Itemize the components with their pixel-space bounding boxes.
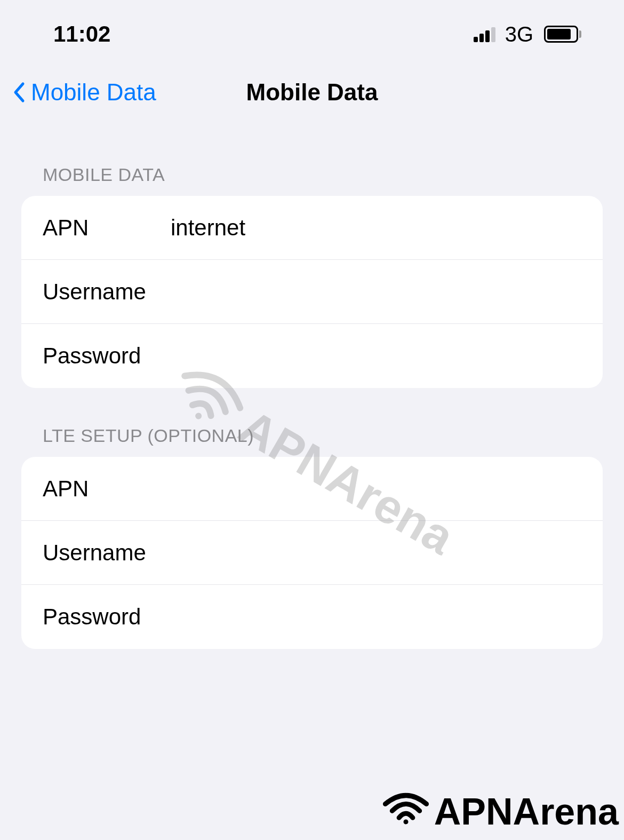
chevron-back-icon [11, 79, 27, 106]
password-label: Password [43, 343, 171, 369]
signal-icon [474, 26, 495, 42]
section-mobile-data: Mobile Data APN Username Password [0, 164, 624, 388]
section-header-mobile-data: Mobile Data [21, 164, 603, 196]
username-label: Username [43, 279, 171, 305]
status-time: 11:02 [53, 21, 110, 47]
svg-point-1 [403, 820, 408, 825]
lte-username-label: Username [43, 540, 171, 566]
status-bar: 11:02 3G [0, 0, 624, 63]
row-lte-username[interactable]: Username [21, 521, 603, 585]
network-type: 3G [505, 22, 533, 46]
watermark-text: APNArena [434, 790, 619, 833]
status-indicators: 3G [474, 22, 581, 46]
apn-input[interactable] [171, 215, 581, 241]
nav-bar: Mobile Data Mobile Data [0, 63, 624, 127]
wifi-icon [382, 789, 430, 835]
section-body: APN Username Password [21, 457, 603, 649]
section-body: APN Username Password [21, 196, 603, 388]
svg-point-0 [194, 411, 203, 420]
page-title: Mobile Data [246, 79, 378, 106]
username-input[interactable] [171, 279, 581, 305]
apn-label: APN [43, 215, 171, 241]
lte-password-input[interactable] [171, 604, 581, 630]
section-lte: LTE Setup (Optional) APN Username Passwo… [0, 425, 624, 649]
back-label: Mobile Data [31, 79, 156, 106]
password-input[interactable] [171, 343, 581, 369]
back-button[interactable]: Mobile Data [11, 79, 156, 106]
lte-username-input[interactable] [171, 540, 581, 566]
watermark-bottom: APNArena [382, 789, 619, 835]
lte-apn-label: APN [43, 476, 171, 502]
section-header-lte: LTE Setup (Optional) [21, 425, 603, 457]
row-apn[interactable]: APN [21, 196, 603, 260]
row-password[interactable]: Password [21, 324, 603, 388]
lte-password-label: Password [43, 604, 171, 630]
battery-icon [544, 26, 581, 43]
row-lte-apn[interactable]: APN [21, 457, 603, 521]
lte-apn-input[interactable] [171, 476, 581, 502]
row-username[interactable]: Username [21, 260, 603, 324]
row-lte-password[interactable]: Password [21, 585, 603, 649]
